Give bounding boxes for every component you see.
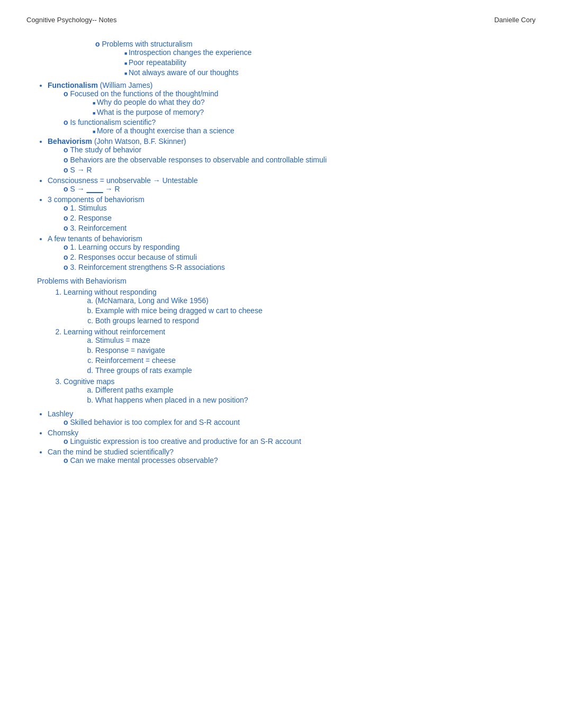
problems-structuralism-section: Problems with structuralism Introspectio… (79, 40, 536, 77)
tenants-item: A few tenants of behaviorism 1. Learning… (48, 234, 536, 271)
structuralism-sub-3: Not always aware of our thoughts (124, 68, 536, 77)
lashley-o-list: Skilled behavior is too complex for and … (64, 418, 536, 426)
problem-2b: Response = navigate (95, 346, 536, 354)
problem-2-alpha: Stimulus = maze Response = navigate Rein… (95, 336, 536, 375)
structuralism-sub-1: Introspection changes the experience (124, 48, 536, 57)
lashley-item: Lashley Skilled behavior is too complex … (48, 410, 536, 426)
problem-3: Cognitive maps Different paths example W… (64, 377, 536, 404)
problems-behaviorism-section: Problems with Behaviorism Learning witho… (37, 277, 536, 404)
chomsky-o-list: Linguistic expression is too creative an… (64, 437, 536, 445)
structuralism-sq-list: Introspection changes the experience Poo… (124, 48, 536, 77)
problem-2c: Reinforcement = cheese (95, 356, 536, 365)
mind-o-1: Can we make mental processes observable? (64, 456, 536, 465)
behaviorism-o-list: The study of behavior Behaviors are the … (64, 145, 536, 174)
functionalism-sq-2: More of a thought exercise than a scienc… (93, 126, 536, 135)
tenants-o-1: 1. Learning occurs by responding (64, 243, 536, 251)
problem-3a: Different paths example (95, 386, 536, 394)
behaviorism-o-2: Behaviors are the observable responses t… (64, 156, 536, 164)
problems-numbered-list: Learning without responding (McNamara, L… (64, 288, 536, 404)
blank-underline: ____ (87, 185, 103, 193)
consciousness-label: Consciousness = unobservable → Untestabl… (48, 176, 198, 185)
components-o-list: 1. Stimulus 2. Response 3. Reinforcement (64, 204, 536, 232)
tenants-o-list: 1. Learning occurs by responding 2. Resp… (64, 243, 536, 271)
components-o-1: 1. Stimulus (64, 204, 536, 212)
problems-behaviorism-header: Problems with Behaviorism (37, 277, 536, 285)
functionalism-rest: (William James) (100, 81, 153, 89)
structuralism-label: Problems with structuralism (102, 40, 192, 48)
problem-1: Learning without responding (McNamara, L… (64, 288, 536, 325)
bottom-bullet-list: Lashley Skilled behavior is too complex … (48, 410, 536, 465)
mind-o-list: Can we make mental processes observable? (64, 456, 536, 465)
functionalism-item: Functionalism (William James) Focused on… (48, 81, 536, 135)
problem-3b: What happens when placed in a new positi… (95, 396, 536, 404)
components-item: 3 components of behaviorism 1. Stimulus … (48, 195, 536, 232)
consciousness-o-list: S → ____ → R (64, 185, 536, 193)
tenants-label: A few tenants of behaviorism (48, 234, 142, 243)
problem-2: Learning without reinforcement Stimulus … (64, 327, 536, 375)
behaviorism-item: Behaviorism (John Watson, B.F. Skinner) … (48, 137, 536, 174)
functionalism-sq-1: Why do people do what they do? What is t… (93, 98, 536, 116)
tenants-o-2: 2. Responses occur because of stimuli (64, 253, 536, 261)
problem-3-alpha: Different paths example What happens whe… (95, 386, 536, 404)
structuralism-sub-2: Poor repeatability (124, 58, 536, 67)
problem-1c: Both groups learned to respond (95, 316, 536, 325)
functionalism-sq-1a: Why do people do what they do? (93, 98, 536, 106)
functionalism-label: Functionalism (William James) (48, 81, 152, 89)
consciousness-o-1: S → ____ → R (64, 185, 536, 193)
consciousness-item: Consciousness = unobservable → Untestabl… (48, 176, 536, 193)
functionalism-sq-1b: What is the purpose of memory? (93, 108, 536, 116)
functionalism-bold: Functionalism (48, 81, 98, 89)
behaviorism-bold: Behaviorism (48, 137, 92, 145)
behaviorism-o-3: S → R (64, 166, 536, 174)
structuralism-item: Problems with structuralism Introspectio… (95, 40, 536, 77)
structuralism-o-list: Problems with structuralism Introspectio… (95, 40, 536, 77)
problem-1a: (McNamara, Long and Wike 1956) (95, 296, 536, 305)
problem-1b: Example with mice being dragged w cart t… (95, 306, 536, 315)
behaviorism-rest: (John Watson, B.F. Skinner) (94, 137, 186, 145)
main-bullet-list: Functionalism (William James) Focused on… (48, 81, 536, 271)
functionalism-o-list: Focused on the functions of the thought/… (64, 89, 536, 135)
problem-1-alpha: (McNamara, Long and Wike 1956) Example w… (95, 296, 536, 325)
problem-2d: Three groups of rats example (95, 366, 536, 375)
functionalism-o-1: Focused on the functions of the thought/… (64, 89, 536, 116)
header-right: Danielle Cory (494, 16, 536, 24)
behaviorism-o-1: The study of behavior (64, 145, 536, 154)
lashley-o-1: Skilled behavior is too complex for and … (64, 418, 536, 426)
tenants-o-3: 3. Reinforcement strengthens S-R associa… (64, 263, 536, 271)
mind-item: Can the mind be studied scientifically? … (48, 448, 536, 465)
page-header: Cognitive Psychology-- Notes Danielle Co… (26, 16, 536, 24)
functionalism-o-2: Is functionalism scientific? More of a t… (64, 118, 536, 135)
header-left: Cognitive Psychology-- Notes (26, 16, 117, 24)
chomsky-o-1: Linguistic expression is too creative an… (64, 437, 536, 445)
components-o-2: 2. Response (64, 214, 536, 222)
behaviorism-label: Behaviorism (John Watson, B.F. Skinner) (48, 137, 186, 145)
lashley-label: Lashley (48, 410, 73, 418)
chomsky-label: Chomsky (48, 429, 78, 437)
components-o-3: 3. Reinforcement (64, 224, 536, 232)
problem-2a: Stimulus = maze (95, 336, 536, 344)
mind-label: Can the mind be studied scientifically? (48, 448, 174, 456)
components-label: 3 components of behaviorism (48, 195, 144, 204)
chomsky-item: Chomsky Linguistic expression is too cre… (48, 429, 536, 445)
functionalism-sq-2a: More of a thought exercise than a scienc… (93, 126, 536, 135)
